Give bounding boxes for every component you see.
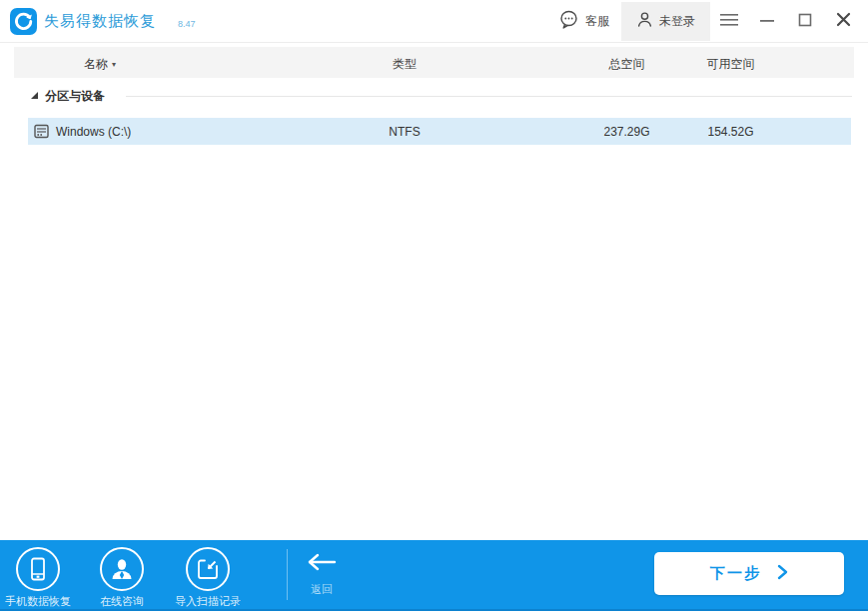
tree-group-row[interactable]: 分区与设备 <box>0 88 868 110</box>
bottom-toolbar: 手机数据恢复 在线咨询 导入扫描记录 <box>0 540 868 611</box>
login-status-button[interactable]: 未登录 <box>621 2 710 41</box>
import-scan-label: 导入扫描记录 <box>175 594 241 609</box>
cell-filesystem: NTFS <box>355 125 454 139</box>
next-step-label: 下一步 <box>710 564 761 583</box>
toolbar-divider <box>287 549 288 600</box>
table-row-windows-c[interactable]: Windows (C:\) NTFS 237.29G 154.52G <box>28 118 851 145</box>
tree-expand-icon[interactable] <box>31 92 38 99</box>
import-scan-button[interactable]: 导入扫描记录 <box>160 547 256 609</box>
drive-icon <box>34 124 49 143</box>
online-consult-button[interactable]: 在线咨询 <box>74 547 170 609</box>
back-arrow-icon <box>307 553 337 575</box>
menu-button[interactable] <box>710 2 748 41</box>
hamburger-menu-icon <box>720 13 738 31</box>
sort-down-icon: ▾ <box>112 60 116 69</box>
online-consult-label: 在线咨询 <box>100 594 144 609</box>
cell-total-space: 237.29G <box>574 125 679 139</box>
phone-recovery-label: 手机数据恢复 <box>5 594 71 609</box>
group-divider-line <box>126 96 852 97</box>
app-title: 失易得数据恢复 <box>44 12 156 31</box>
title-bar: 失易得数据恢复 8.47 客服 <box>0 0 868 43</box>
column-header-name-label: 名称 <box>84 56 108 73</box>
login-status-label: 未登录 <box>659 13 695 30</box>
close-button[interactable] <box>824 2 862 41</box>
next-step-button[interactable]: 下一步 <box>654 552 844 595</box>
online-consult-icon <box>100 547 144 591</box>
customer-support-button[interactable]: 客服 <box>546 3 621 41</box>
column-header-name[interactable]: 名称 ▾ <box>84 56 116 73</box>
close-icon <box>836 12 851 31</box>
chat-bubble-icon <box>558 9 579 34</box>
cell-partition-name: Windows (C:\) <box>56 125 131 139</box>
minimize-icon <box>759 12 775 32</box>
cell-free-space: 154.52G <box>678 125 783 139</box>
app-window: 失易得数据恢复 8.47 客服 <box>0 0 868 616</box>
back-label: 返回 <box>311 582 333 597</box>
back-button[interactable]: 返回 <box>299 553 345 597</box>
chevron-right-icon <box>777 564 788 583</box>
app-version: 8.47 <box>178 19 196 29</box>
table-header: 名称 ▾ 类型 总空间 可用空间 <box>14 47 854 78</box>
column-header-free[interactable]: 可用空间 <box>678 56 783 73</box>
maximize-button[interactable] <box>786 2 824 41</box>
app-logo-icon <box>10 8 37 35</box>
import-scan-icon <box>186 547 230 591</box>
column-header-type[interactable]: 类型 <box>355 56 454 73</box>
column-header-total[interactable]: 总空间 <box>574 56 679 73</box>
minimize-button[interactable] <box>748 2 786 41</box>
maximize-icon <box>798 13 812 31</box>
user-icon <box>636 11 653 32</box>
phone-recovery-icon <box>16 547 60 591</box>
tree-group-label: 分区与设备 <box>45 88 105 105</box>
customer-support-label: 客服 <box>585 13 609 30</box>
